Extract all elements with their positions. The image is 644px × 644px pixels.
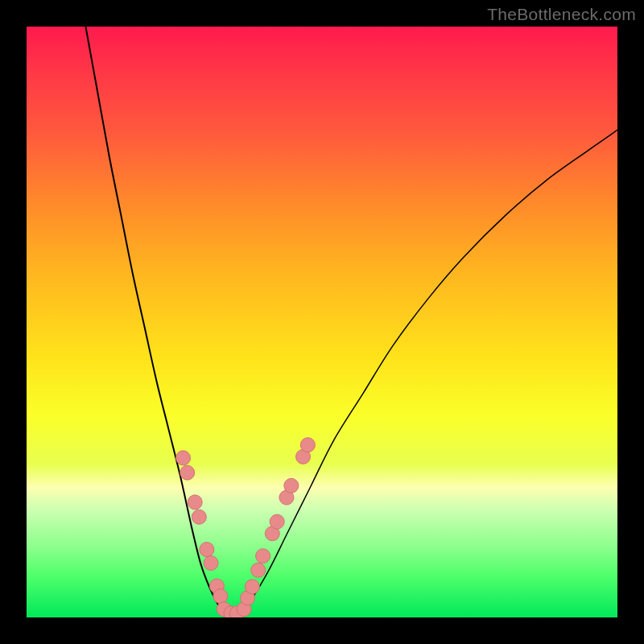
left-curve — [85, 27, 224, 614]
chart-svg — [27, 27, 617, 617]
dots-group — [176, 438, 316, 617]
watermark-text: TheBottleneck.com — [487, 5, 636, 24]
data-dot — [251, 563, 266, 577]
data-dot — [204, 555, 218, 570]
data-dot — [284, 478, 299, 493]
right-curve — [239, 130, 617, 613]
data-dot — [200, 543, 214, 557]
data-dot — [192, 510, 206, 524]
plot-area — [27, 27, 617, 617]
data-dot — [180, 465, 195, 480]
data-dot — [213, 589, 228, 604]
data-dot — [176, 451, 191, 465]
data-dot — [245, 580, 259, 594]
data-dot — [270, 514, 284, 529]
data-dot — [256, 549, 270, 564]
data-dot — [300, 438, 315, 452]
data-dot — [188, 495, 202, 510]
outer-frame: TheBottleneck.com — [0, 0, 644, 644]
